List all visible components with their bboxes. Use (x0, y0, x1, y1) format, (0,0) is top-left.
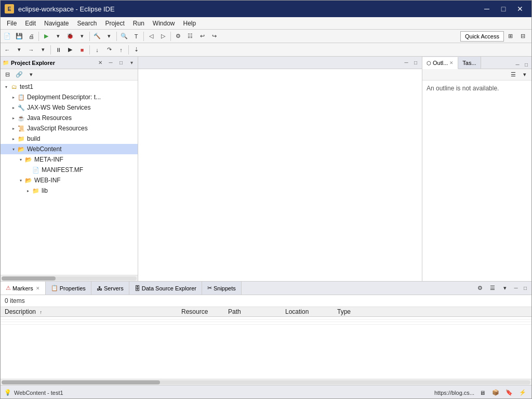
back-dropdown[interactable]: ▾ (14, 44, 25, 56)
menu-edit[interactable]: Edit (21, 17, 40, 29)
toggle-lib[interactable]: ▸ (24, 187, 32, 194)
toggle-build[interactable]: ▸ (10, 135, 17, 142)
save-button[interactable]: 💾 (14, 31, 25, 42)
menu-project[interactable]: Project (101, 17, 128, 29)
perspective-btn[interactable]: ⊞ (504, 31, 516, 42)
tree-item-manifest[interactable]: ▸ 📄 MANIFEST.MF (1, 165, 138, 175)
close-button[interactable]: ✕ (513, 3, 527, 15)
step-over[interactable]: ↷ (103, 44, 115, 56)
tab-servers[interactable]: 🖧 Servers (91, 282, 129, 295)
explorer-menu-btn[interactable]: ▾ (127, 59, 136, 67)
forward-dropdown[interactable]: ▾ (37, 44, 49, 56)
resume-button[interactable]: ▶ (64, 44, 76, 56)
run-button[interactable]: ▶ (41, 31, 52, 42)
tree-item-test1[interactable]: ▾ 🗂 test1 (1, 82, 138, 92)
minimize-button[interactable]: ─ (480, 3, 494, 15)
bottom-max-btn[interactable]: □ (521, 284, 529, 292)
toggle-java[interactable]: ▸ (10, 114, 17, 122)
toggle-js[interactable]: ▸ (10, 125, 17, 132)
back-button[interactable]: ← (2, 44, 13, 56)
suspend-button[interactable]: ⏸ (52, 44, 64, 56)
toggle-deploy[interactable]: ▸ (10, 94, 17, 101)
markers-dropdown-btn[interactable]: ▾ (499, 283, 511, 294)
open-type-button[interactable]: T (130, 31, 142, 42)
tab-markers[interactable]: ⚠ Markers ✕ (1, 282, 46, 295)
forward-button[interactable]: → (25, 44, 37, 56)
col-type[interactable]: Type (333, 307, 531, 317)
toolbar-btn-b[interactable]: ☷ (184, 31, 196, 42)
step-into[interactable]: ↓ (91, 44, 103, 56)
menu-file[interactable]: File (3, 17, 21, 29)
drop-to-frame[interactable]: ⇣ (130, 44, 142, 56)
debug-dropdown[interactable]: ▾ (76, 31, 88, 42)
maximize-button[interactable]: □ (496, 3, 511, 15)
run-dropdown[interactable]: ▾ (52, 31, 64, 42)
status-icon-3[interactable]: 🔖 (503, 387, 515, 398)
menu-help[interactable]: Help (179, 17, 201, 29)
tree-item-java[interactable]: ▸ ☕ Java Resources (1, 113, 138, 123)
col-description[interactable]: Description ↑ (1, 307, 177, 317)
tree-item-build[interactable]: ▸ 📁 build (1, 134, 138, 144)
bottom-min-btn[interactable]: ─ (512, 284, 520, 292)
menu-navigate[interactable]: Navigate (40, 17, 73, 29)
quick-access-button[interactable]: Quick Access (460, 31, 504, 42)
tree-item-deploy[interactable]: ▸ 📋 Deployment Descriptor: t... (1, 92, 138, 102)
stop-button[interactable]: ■ (76, 44, 88, 56)
toolbar-btn-c[interactable]: ↩ (196, 31, 208, 42)
markers-tab-close[interactable]: ✕ (36, 286, 40, 291)
tree-item-lib[interactable]: ▸ 📁 lib (1, 185, 138, 196)
status-icon-4[interactable]: ⚡ (517, 387, 528, 398)
status-icon-2[interactable]: 📦 (490, 387, 501, 398)
new-button[interactable]: 📄 (2, 31, 13, 42)
outline-max-btn[interactable]: □ (522, 60, 530, 69)
print-button[interactable]: 🖨 (25, 31, 37, 42)
editor-min-btn[interactable]: ─ (402, 59, 410, 67)
tree-item-web-inf[interactable]: ▾ 📂 WEB-INF (1, 175, 138, 185)
outline-menu-btn[interactable]: ▾ (519, 69, 530, 81)
toolbar-btn-d[interactable]: ↪ (208, 31, 220, 42)
tab-outline[interactable]: ⬡ Outl... ✕ (422, 57, 458, 69)
tree-item-meta-inf[interactable]: ▾ 📂 META-INF (1, 154, 138, 165)
menu-search[interactable]: Search (73, 17, 101, 29)
markers-menu-btn[interactable]: ☰ (487, 283, 498, 294)
toggle-meta-inf[interactable]: ▾ (17, 156, 24, 163)
link-editor-btn[interactable]: 🔗 (14, 69, 25, 81)
tree-item-js[interactable]: ▸ 📜 JavaScript Resources (1, 123, 138, 134)
explorer-hscrollbar[interactable] (1, 275, 138, 281)
toggle-jaxws[interactable]: ▸ (10, 104, 17, 111)
debug-button[interactable]: 🐞 (64, 31, 76, 42)
editor-max-btn[interactable]: □ (411, 59, 420, 67)
bottom-hscrollbar[interactable] (1, 379, 531, 385)
outline-tab-close[interactable]: ✕ (449, 60, 454, 65)
search-button[interactable]: 🔍 (118, 31, 130, 42)
status-icon-1[interactable]: 🖥 (476, 387, 488, 398)
col-resource[interactable]: Resource (177, 307, 224, 317)
outline-toolbar-btn[interactable]: ☰ (508, 69, 519, 81)
explorer-close-btn[interactable]: ✕ (96, 59, 104, 67)
toggle-test1[interactable]: ▾ (3, 83, 10, 90)
toggle-webcontent[interactable]: ▾ (10, 145, 17, 153)
tree-item-jaxws[interactable]: ▸ 🔧 JAX-WS Web Services (1, 102, 138, 113)
tab-tasks[interactable]: Tas... (458, 57, 481, 69)
col-location[interactable]: Location (281, 307, 333, 317)
tab-datasource[interactable]: 🗄 Data Source Explorer (129, 282, 202, 295)
prev-edit-button[interactable]: ◁ (145, 31, 157, 42)
outline-min-btn[interactable]: ─ (513, 60, 522, 69)
col-path[interactable]: Path (224, 307, 281, 317)
next-edit-button[interactable]: ▷ (157, 31, 169, 42)
perspective-btn-2[interactable]: ⊟ (517, 31, 528, 42)
explorer-menu-btn2[interactable]: ▾ (25, 69, 37, 81)
toolbar-btn-a[interactable]: ⚙ (172, 31, 184, 42)
tree-item-webcontent[interactable]: ▾ 📂 WebContent (1, 144, 138, 154)
toggle-web-inf[interactable]: ▾ (17, 177, 24, 184)
build-button[interactable]: 🔨 (91, 31, 103, 42)
build-dropdown[interactable]: ▾ (103, 31, 115, 42)
step-return[interactable]: ↑ (115, 44, 127, 56)
explorer-max-btn[interactable]: □ (117, 59, 125, 67)
menu-run[interactable]: Run (129, 17, 149, 29)
markers-config-btn[interactable]: ⚙ (474, 283, 486, 294)
menu-window[interactable]: Window (149, 17, 179, 29)
collapse-all-btn[interactable]: ⊟ (2, 69, 13, 81)
tab-snippets[interactable]: ✂ Snippets (202, 282, 242, 295)
explorer-min-btn[interactable]: ─ (107, 59, 115, 67)
